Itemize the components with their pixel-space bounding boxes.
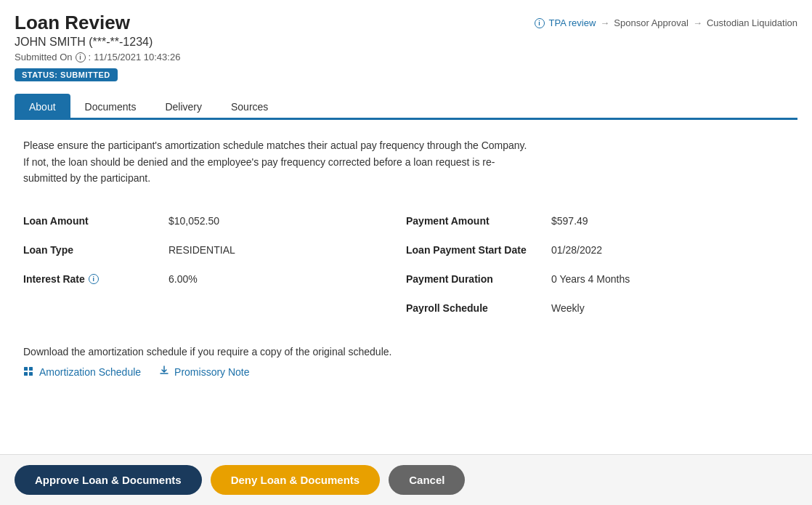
- svg-rect-0: [24, 367, 28, 371]
- detail-payment-duration: Payment Duration 0 Years 4 Months: [406, 264, 789, 294]
- workflow-step2: Sponsor Approval: [614, 17, 689, 28]
- svg-rect-1: [29, 367, 33, 371]
- workflow-arrow1: →: [600, 17, 609, 28]
- payment-duration-value: 0 Years 4 Months: [551, 273, 630, 285]
- payment-start-date-value: 01/28/2022: [551, 244, 602, 256]
- tab-bar: About Documents Delivery Sources: [15, 92, 797, 120]
- payment-amount-label: Payment Amount: [406, 215, 551, 227]
- download-text: Download the amortization schedule if yo…: [23, 346, 789, 357]
- payment-start-date-label: Loan Payment Start Date: [406, 244, 551, 256]
- tab-about[interactable]: About: [15, 94, 70, 120]
- detail-payment-start-date: Loan Payment Start Date 01/28/2022: [406, 235, 789, 264]
- header-left: Loan Review JOHN SMITH (***-**-1234) Sub…: [15, 12, 180, 81]
- page-title: Loan Review: [15, 12, 180, 34]
- cancel-button[interactable]: Cancel: [389, 465, 465, 495]
- workflow-steps: i TPA review → Sponsor Approval → Custod…: [535, 17, 797, 28]
- tab-delivery[interactable]: Delivery: [150, 94, 216, 120]
- svg-rect-3: [29, 372, 33, 376]
- info-text: Please ensure the participant's amortiza…: [23, 137, 532, 186]
- tab-documents[interactable]: Documents: [70, 94, 151, 120]
- download-icon: [158, 365, 170, 379]
- status-badge: STATUS: SUBMITTED: [15, 68, 118, 81]
- svg-rect-2: [24, 372, 28, 376]
- header-section: Loan Review JOHN SMITH (***-**-1234) Sub…: [15, 12, 797, 81]
- detail-payroll-schedule: Payroll Schedule Weekly: [406, 294, 789, 323]
- interest-rate-value: 6.00%: [169, 273, 198, 285]
- interest-rate-info-icon[interactable]: i: [89, 274, 99, 284]
- workflow-arrow2: →: [693, 17, 702, 28]
- workflow-step1[interactable]: TPA review: [549, 17, 596, 28]
- loan-amount-label: Loan Amount: [23, 215, 169, 227]
- amortization-schedule-link[interactable]: Amortization Schedule: [23, 366, 141, 378]
- workflow-info-icon[interactable]: i: [535, 18, 545, 28]
- payment-duration-label: Payment Duration: [406, 273, 551, 285]
- name-ssn: JOHN SMITH (***-**-1234): [15, 36, 180, 49]
- detail-interest-rate: Interest Rate i 6.00%: [23, 264, 406, 294]
- grid-icon: [23, 366, 35, 378]
- loan-type-value: RESIDENTIAL: [169, 244, 235, 256]
- submitted-date-value: 11/15/2021 10:43:26: [94, 52, 180, 62]
- detail-empty: [23, 294, 406, 323]
- page-container: Loan Review JOHN SMITH (***-**-1234) Sub…: [0, 0, 812, 505]
- footer-actions: Approve Loan & Documents Deny Loan & Doc…: [0, 454, 812, 505]
- detail-loan-type: Loan Type RESIDENTIAL: [23, 235, 406, 264]
- workflow-step1-label: TPA review: [549, 17, 596, 28]
- detail-loan-amount: Loan Amount $10,052.50: [23, 206, 406, 235]
- deny-button[interactable]: Deny Loan & Documents: [211, 465, 381, 495]
- content-area: Please ensure the participant's amortiza…: [15, 120, 797, 387]
- tab-sources[interactable]: Sources: [216, 94, 283, 120]
- download-section: Download the amortization schedule if yo…: [23, 337, 789, 379]
- workflow-step3: Custodian Liquidation: [707, 17, 797, 28]
- payroll-schedule-value: Weekly: [551, 302, 585, 314]
- submitted-date: Submitted On i : 11/15/2021 10:43:26: [15, 52, 180, 62]
- payment-amount-value: $597.49: [551, 215, 588, 227]
- amortization-schedule-label: Amortization Schedule: [39, 366, 141, 378]
- details-grid: Loan Amount $10,052.50 Payment Amount $5…: [23, 206, 789, 323]
- approve-button[interactable]: Approve Loan & Documents: [15, 465, 202, 495]
- promissory-note-link[interactable]: Promissory Note: [158, 365, 249, 379]
- submitted-colon: :: [89, 52, 92, 62]
- detail-payment-amount: Payment Amount $597.49: [406, 206, 789, 235]
- download-links: Amortization Schedule Promissory Note: [23, 365, 789, 379]
- payroll-schedule-label: Payroll Schedule: [406, 302, 551, 314]
- loan-amount-value: $10,052.50: [169, 215, 219, 227]
- promissory-note-label: Promissory Note: [174, 366, 249, 378]
- interest-rate-label: Interest Rate i: [23, 273, 169, 285]
- submitted-label: Submitted On: [15, 52, 73, 62]
- submitted-info-icon[interactable]: i: [76, 52, 86, 62]
- loan-type-label: Loan Type: [23, 244, 169, 256]
